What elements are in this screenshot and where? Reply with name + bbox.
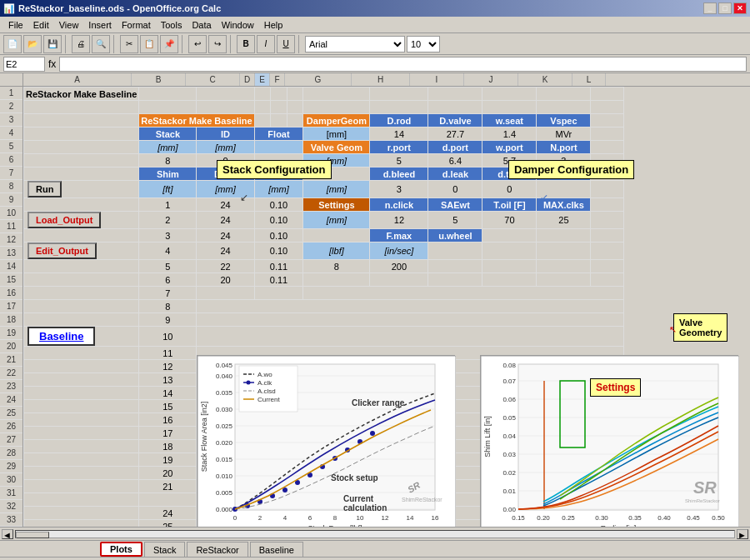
cell-k10[interactable]: 25 [537,212,591,229]
cell-a14[interactable] [24,273,139,287]
cell-j3[interactable]: w.seat [482,114,537,128]
cell-b5[interactable]: [mm] [139,141,197,154]
cell-b1[interactable] [139,88,197,101]
cell-g13[interactable]: 8 [303,260,370,273]
cell-i13[interactable] [428,260,482,273]
cell-h3[interactable]: D.rod [370,114,428,128]
cell-i3[interactable]: D.valve [428,114,482,128]
cell-l10[interactable] [591,212,624,229]
cell-b29[interactable]: 21 [139,480,197,493]
cell-b3[interactable]: ReStackor Make Baseline [139,114,254,128]
tab-stack[interactable]: Stack [144,542,186,557]
cell-h7[interactable]: d.bleed [370,168,428,181]
open-button[interactable]: 📂 [23,35,42,53]
cell-i12[interactable] [428,242,482,260]
title-bar-buttons[interactable]: _ □ ✕ [703,2,747,14]
cell-a25[interactable] [24,427,139,440]
menu-data[interactable]: Data [187,19,216,31]
cell-i8[interactable]: 0 [428,181,482,198]
cell-a29[interactable] [24,480,139,493]
cell-a7[interactable] [24,168,139,181]
paste-button[interactable]: 📌 [160,35,178,53]
cell-a18[interactable]: Baseline [24,327,139,347]
cell-j12[interactable] [482,242,537,260]
col-header-a[interactable]: A [23,73,132,86]
cell-a28[interactable] [24,467,139,480]
cell-c2[interactable] [197,101,254,114]
cell-l9[interactable] [591,198,624,212]
cell-a2[interactable] [24,101,139,114]
cell-d8[interactable]: [mm] [254,181,303,198]
cell-rest16[interactable] [197,300,624,313]
col-header-l[interactable]: L [572,73,606,86]
cell-k11[interactable] [537,229,591,242]
cell-a4[interactable] [24,128,139,141]
col-header-c[interactable]: C [186,73,240,86]
cell-b11[interactable]: 3 [139,229,197,242]
cell-b19[interactable]: 11 [139,347,197,360]
cell-b22[interactable]: 14 [139,387,197,400]
cell-b7[interactable]: Shim [139,168,197,181]
cell-c12[interactable]: 24 [197,242,254,260]
formula-input[interactable] [59,57,747,72]
cell-a22[interactable] [24,387,139,400]
cell-b18[interactable]: 10 [139,327,197,347]
cell-i5[interactable]: d.port [428,141,482,154]
col-header-j[interactable]: J [464,73,518,86]
cell-d10[interactable]: 0.10 [254,212,303,229]
cell-l5[interactable] [591,141,624,154]
cell-h9[interactable]: n.click [370,198,428,212]
cell-d15[interactable] [254,287,303,300]
cell-d11[interactable]: 0.10 [254,229,303,242]
cell-b23[interactable]: 15 [139,400,197,413]
cell-k1[interactable] [537,88,591,101]
cell-j13[interactable] [482,260,537,273]
cell-h10[interactable]: 12 [370,212,428,229]
cell-l1[interactable] [591,88,624,101]
cell-h12[interactable]: [in/sec] [370,242,428,260]
cell-j14[interactable] [482,273,537,287]
cell-j5[interactable]: w.port [482,141,537,154]
cell-g15[interactable] [303,287,624,300]
cell-b2[interactable] [139,101,197,114]
cell-g12[interactable]: [lbf] [303,242,370,260]
cell-g9[interactable]: Settings [303,198,370,212]
cell-c15[interactable] [197,287,254,300]
cell-a23[interactable] [24,400,139,413]
cell-b17[interactable]: 9 [139,313,197,327]
cell-rest17[interactable] [197,313,624,327]
cell-j10[interactable]: 70 [482,212,537,229]
minimize-button[interactable]: _ [703,2,717,14]
cell-b24[interactable]: 16 [139,413,197,427]
cell-l12[interactable] [591,242,624,260]
cell-i2[interactable] [428,101,482,114]
cell-j11[interactable] [482,229,537,242]
cell-a32[interactable] [24,520,139,528]
col-header-f[interactable]: F [270,73,285,86]
cell-e2[interactable] [271,101,288,114]
cell-g14[interactable] [303,273,370,287]
cell-a9[interactable] [24,198,139,212]
cell-b10[interactable]: 2 [139,212,197,229]
cell-d5[interactable] [254,141,303,154]
cell-b28[interactable]: 20 [139,467,197,480]
cell-c14[interactable]: 20 [197,273,254,287]
col-header-k[interactable]: K [518,73,572,86]
cell-c1[interactable] [197,88,254,101]
cell-c13[interactable]: 22 [197,260,254,273]
scroll-right-button[interactable]: ► [737,529,748,539]
save-button[interactable]: 💾 [43,35,62,53]
cell-k3[interactable]: Vspec [537,114,591,128]
cell-b25[interactable]: 17 [139,427,197,440]
cell-h2[interactable] [370,101,428,114]
cell-d9[interactable]: 0.10 [254,198,303,212]
cell-b9[interactable]: 1 [139,198,197,212]
cell-b13[interactable]: 5 [139,260,197,273]
cell-a24[interactable] [24,413,139,427]
menu-format[interactable]: Format [117,19,156,31]
col-header-i[interactable]: I [410,73,464,86]
cell-a31[interactable] [24,507,139,520]
scroll-track[interactable] [15,530,735,538]
cell-b32[interactable]: 25 [139,520,197,528]
cell-j2[interactable] [482,101,537,114]
